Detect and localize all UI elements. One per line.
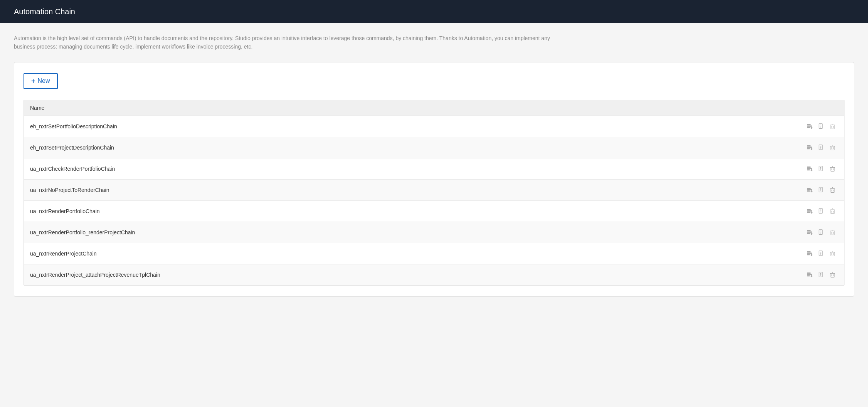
svg-rect-49 — [807, 210, 812, 211]
rename-icon[interactable] — [804, 121, 815, 132]
svg-rect-61 — [807, 232, 812, 232]
svg-rect-62 — [807, 233, 810, 234]
table-row: eh_nxtrSetProjectDescriptionChain — [24, 137, 844, 158]
new-button-label: New — [38, 77, 50, 84]
delete-icon[interactable] — [827, 142, 838, 153]
svg-rect-14 — [807, 148, 810, 149]
svg-rect-25 — [807, 168, 812, 169]
table-header: Name — [24, 100, 844, 116]
export-icon[interactable] — [816, 121, 826, 132]
svg-rect-38 — [807, 191, 810, 192]
export-icon[interactable] — [816, 227, 826, 238]
svg-rect-79 — [831, 252, 834, 256]
svg-rect-7 — [831, 125, 834, 129]
table-row: ua_nxtrRenderProjectChain — [24, 243, 844, 264]
export-icon[interactable] — [816, 248, 826, 259]
svg-rect-86 — [807, 276, 810, 276]
delete-icon[interactable] — [827, 185, 838, 195]
chain-name[interactable]: ua_nxtrCheckRenderPortfolioChain — [24, 158, 797, 179]
svg-rect-73 — [807, 253, 812, 254]
rename-icon[interactable] — [804, 142, 815, 153]
chains-table: Name eh_nxtrSetPortfolioDescriptionChain — [24, 100, 844, 285]
svg-rect-37 — [807, 189, 812, 190]
svg-rect-50 — [807, 212, 810, 213]
svg-rect-60 — [807, 230, 811, 231]
row-actions — [797, 243, 844, 264]
app-header: Automation Chain — [0, 0, 868, 23]
row-actions — [797, 179, 844, 200]
column-actions — [797, 100, 844, 116]
export-icon[interactable] — [816, 142, 826, 153]
table-row: eh_nxtrSetPortfolioDescriptionChain — [24, 116, 844, 137]
table-row: ua_nxtrNoProjectToRenderChain — [24, 179, 844, 200]
rename-icon[interactable] — [804, 227, 815, 238]
export-icon[interactable] — [816, 185, 826, 195]
svg-rect-84 — [807, 272, 811, 273]
chain-name[interactable]: eh_nxtrSetProjectDescriptionChain — [24, 137, 797, 158]
row-actions — [797, 137, 844, 158]
delete-icon[interactable] — [827, 206, 838, 217]
content-area: Automation is the high level set of comm… — [0, 23, 868, 308]
delete-icon[interactable] — [827, 227, 838, 238]
rename-icon[interactable] — [804, 248, 815, 259]
chains-table-container: Name eh_nxtrSetPortfolioDescriptionChain — [24, 100, 844, 286]
chain-name[interactable]: ua_nxtrNoProjectToRenderChain — [24, 179, 797, 200]
delete-icon[interactable] — [827, 163, 838, 174]
svg-rect-91 — [831, 273, 834, 277]
svg-rect-67 — [831, 231, 834, 235]
delete-icon[interactable] — [827, 269, 838, 280]
svg-rect-72 — [807, 251, 811, 252]
export-icon[interactable] — [816, 206, 826, 217]
svg-rect-74 — [807, 254, 810, 255]
svg-rect-1 — [807, 126, 812, 126]
rename-icon[interactable] — [804, 163, 815, 174]
table-row: ua_nxtrRenderPortfolio_renderProjectChai… — [24, 222, 844, 243]
chain-name[interactable]: ua_nxtrRenderPortfolio_renderProjectChai… — [24, 222, 797, 243]
export-icon[interactable] — [816, 269, 826, 280]
plus-icon: + — [31, 77, 35, 85]
chain-name[interactable]: ua_nxtrRenderProjectChain — [24, 243, 797, 264]
rename-icon[interactable] — [804, 206, 815, 217]
svg-rect-36 — [807, 188, 811, 188]
row-actions — [797, 116, 844, 137]
svg-rect-31 — [831, 167, 834, 171]
new-button[interactable]: + New — [24, 73, 58, 89]
chain-name[interactable]: eh_nxtrSetPortfolioDescriptionChain — [24, 116, 797, 137]
rename-icon[interactable] — [804, 269, 815, 280]
row-actions — [797, 200, 844, 222]
export-icon[interactable] — [816, 163, 826, 174]
chain-name[interactable]: ua_nxtrRenderProject_attachProjectRevenu… — [24, 264, 797, 285]
svg-rect-13 — [807, 147, 812, 148]
row-actions — [797, 222, 844, 243]
svg-rect-55 — [831, 210, 834, 214]
svg-rect-48 — [807, 209, 811, 210]
row-actions — [797, 264, 844, 285]
page-description: Automation is the high level set of comm… — [14, 34, 553, 51]
svg-rect-85 — [807, 274, 812, 275]
svg-rect-19 — [831, 146, 834, 150]
svg-rect-0 — [807, 124, 811, 125]
table-header-row: Name — [24, 100, 844, 116]
table-row: ua_nxtrRenderProject_attachProjectRevenu… — [24, 264, 844, 285]
rename-icon[interactable] — [804, 185, 815, 195]
table-row: ua_nxtrRenderPortfolioChain — [24, 200, 844, 222]
svg-rect-2 — [807, 127, 810, 128]
delete-icon[interactable] — [827, 121, 838, 132]
svg-rect-26 — [807, 170, 810, 170]
page-title: Automation Chain — [14, 7, 75, 16]
main-card: + New Name eh_nxtrSetPortfolioDescriptio… — [14, 62, 854, 297]
svg-rect-43 — [831, 188, 834, 192]
chain-name[interactable]: ua_nxtrRenderPortfolioChain — [24, 200, 797, 222]
svg-rect-12 — [807, 145, 811, 146]
svg-rect-24 — [807, 166, 811, 167]
column-name: Name — [24, 100, 797, 116]
row-actions — [797, 158, 844, 179]
delete-icon[interactable] — [827, 248, 838, 259]
table-row: ua_nxtrCheckRenderPortfolioChain — [24, 158, 844, 179]
table-body: eh_nxtrSetPortfolioDescriptionChain eh_n… — [24, 116, 844, 285]
